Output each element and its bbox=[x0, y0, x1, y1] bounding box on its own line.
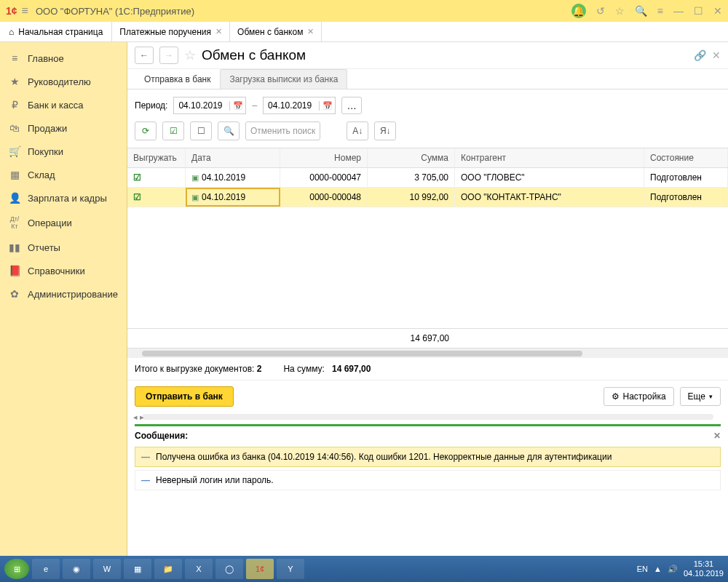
checkbox-checked-icon[interactable]: ☑ bbox=[133, 172, 141, 183]
sidebar-item-purchases[interactable]: 🛒Покупки bbox=[0, 140, 127, 163]
messages-panel: Сообщения: ✕ — Получена ошибка из банка … bbox=[127, 426, 728, 495]
table-row[interactable]: ☑ ▣04.10.2019 0000-000048 10 992,00 ООО … bbox=[127, 188, 728, 207]
close-icon[interactable]: ✕ bbox=[713, 5, 722, 17]
menu-icon[interactable]: ≡ bbox=[22, 4, 28, 17]
filter-icon[interactable]: ≡ bbox=[657, 5, 663, 17]
col-export[interactable]: Выгружать bbox=[127, 148, 186, 167]
date-to-field[interactable] bbox=[264, 100, 319, 111]
horizontal-scrollbar[interactable] bbox=[127, 348, 728, 358]
system-tray[interactable]: EN ▲ 🔊 15:31 04.10.2019 bbox=[637, 559, 724, 578]
nav-back-button[interactable]: ← bbox=[135, 47, 154, 64]
cell-number: 0000-000047 bbox=[280, 168, 368, 187]
notification-icon[interactable]: 🔔 bbox=[571, 4, 586, 18]
sidebar-item-payroll[interactable]: 👤Зарплата и кадры bbox=[0, 186, 127, 210]
sidebar-item-admin[interactable]: ✿Администрирование bbox=[0, 282, 127, 306]
cancel-search-button[interactable]: Отменить поиск bbox=[245, 121, 320, 140]
page-header: ← → ☆ Обмен с банком 🔗 ✕ bbox=[127, 42, 728, 69]
navigation-sidebar: ≡Главное ★Руководителю ₽Банк и касса 🛍Пр… bbox=[0, 42, 127, 556]
more-button[interactable]: Еще ▾ bbox=[680, 387, 721, 406]
maximize-icon[interactable]: ☐ bbox=[694, 5, 703, 17]
settings-button[interactable]: ⚙Настройка bbox=[604, 387, 674, 406]
page-title: Обмен с банком bbox=[202, 47, 306, 63]
sidebar-item-warehouse[interactable]: ▦Склад bbox=[0, 163, 127, 186]
col-state[interactable]: Состояние bbox=[644, 148, 728, 167]
minimize-icon[interactable]: — bbox=[673, 5, 684, 17]
taskbar-excel-icon[interactable]: X bbox=[185, 559, 213, 579]
favorite-star-icon[interactable]: ☆ bbox=[184, 47, 196, 63]
tab-payment-orders[interactable]: Платежные поручения ✕ bbox=[112, 22, 230, 41]
tab-label: Обмен с банком bbox=[237, 27, 303, 37]
check-all-button[interactable]: ☑ bbox=[162, 121, 184, 140]
start-button[interactable]: ⊞ bbox=[4, 559, 29, 579]
window-title: ООО "ФОРТУНА" (1С:Предприятие) bbox=[36, 6, 571, 17]
splitter[interactable]: ◂ ▸ bbox=[127, 412, 728, 421]
col-number[interactable]: Номер bbox=[280, 148, 368, 167]
taskbar-app-icon[interactable]: ▦ bbox=[124, 559, 151, 579]
language-indicator[interactable]: EN bbox=[637, 565, 648, 573]
period-label: Период: bbox=[135, 100, 167, 111]
message-item[interactable]: — Получена ошибка из банка (04.10.2019 1… bbox=[135, 447, 721, 467]
date-to-input[interactable]: 📅 bbox=[263, 97, 336, 114]
sort-az-button[interactable]: A↓ bbox=[347, 121, 368, 140]
document-icon: ▣ bbox=[191, 173, 199, 182]
sort-za-button[interactable]: Я↓ bbox=[374, 121, 396, 140]
refresh-button[interactable]: ⟳ bbox=[135, 121, 157, 140]
col-sum[interactable]: Сумма bbox=[368, 148, 455, 167]
range-dash: – bbox=[252, 100, 257, 111]
checkbox-checked-icon[interactable]: ☑ bbox=[133, 192, 141, 202]
taskbar-chrome-icon[interactable]: ◉ bbox=[63, 559, 90, 579]
sidebar-item-directories[interactable]: 📕Справочники bbox=[0, 259, 127, 282]
col-date[interactable]: Дата bbox=[186, 148, 280, 167]
tab-close-icon[interactable]: ✕ bbox=[307, 27, 314, 36]
taskbar-explorer-icon[interactable]: 📁 bbox=[154, 559, 182, 579]
sidebar-item-reports[interactable]: ▮▮Отчеты bbox=[0, 236, 127, 259]
info-icon: — bbox=[141, 475, 150, 485]
list-icon: ≡ bbox=[9, 52, 20, 64]
ruble-icon: ₽ bbox=[9, 99, 20, 111]
sidebar-item-bank[interactable]: ₽Банк и касса bbox=[0, 93, 127, 116]
sidebar-item-main[interactable]: ≡Главное bbox=[0, 47, 127, 70]
document-icon: ▣ bbox=[191, 193, 199, 202]
favorite-icon[interactable]: ☆ bbox=[615, 5, 625, 17]
star-icon: ★ bbox=[9, 76, 20, 87]
collapse-icon[interactable]: ◂ ▸ bbox=[133, 412, 144, 422]
taskbar-1c-icon[interactable]: 1¢ bbox=[246, 559, 274, 579]
period-filter: Период: 📅 – 📅 … bbox=[127, 89, 728, 121]
history-icon[interactable]: ↺ bbox=[596, 5, 605, 17]
page-close-icon[interactable]: ✕ bbox=[712, 49, 721, 61]
subtab-send-to-bank[interactable]: Отправка в банк bbox=[135, 69, 220, 89]
calendar-icon[interactable]: 📅 bbox=[229, 101, 245, 111]
sidebar-item-label: Руководителю bbox=[28, 76, 91, 87]
period-picker-button[interactable]: … bbox=[341, 97, 362, 114]
message-item[interactable]: — Неверный логин или пароль. bbox=[135, 470, 721, 490]
table-row[interactable]: ☑ ▣04.10.2019 0000-000047 3 705,00 ООО "… bbox=[127, 168, 728, 188]
uncheck-all-button[interactable]: ☐ bbox=[190, 121, 212, 140]
sidebar-item-operations[interactable]: Дт/КтОперации bbox=[0, 210, 127, 236]
send-to-bank-button[interactable]: Отправить в банк bbox=[135, 386, 234, 407]
subtab-load-statement[interactable]: Загрузка выписки из банка bbox=[220, 69, 347, 89]
taskbar-ie-icon[interactable]: e bbox=[32, 559, 60, 579]
taskbar-yandex-icon[interactable]: Y bbox=[277, 559, 304, 579]
nav-forward-button[interactable]: → bbox=[159, 47, 178, 64]
date-from-input[interactable]: 📅 bbox=[173, 97, 246, 114]
link-icon[interactable]: 🔗 bbox=[694, 49, 706, 61]
tab-close-icon[interactable]: ✕ bbox=[215, 27, 222, 36]
date-from-field[interactable] bbox=[174, 100, 229, 111]
calendar-icon[interactable]: 📅 bbox=[319, 101, 335, 111]
messages-close-icon[interactable]: ✕ bbox=[713, 431, 721, 441]
search-icon[interactable]: 🔍 bbox=[635, 5, 647, 17]
taskbar-word-icon[interactable]: W bbox=[93, 559, 121, 579]
sidebar-item-manager[interactable]: ★Руководителю bbox=[0, 70, 127, 93]
grid-header-row: Выгружать Дата Номер Сумма Контрагент Со… bbox=[127, 148, 728, 168]
summary-docs-count: 2 bbox=[257, 364, 262, 374]
volume-icon[interactable]: 🔊 bbox=[668, 565, 678, 574]
taskbar-app-icon[interactable]: ◯ bbox=[215, 559, 243, 579]
find-button[interactable]: 🔍 bbox=[218, 121, 240, 140]
sidebar-item-sales[interactable]: 🛍Продажи bbox=[0, 116, 127, 140]
col-contractor[interactable]: Контрагент bbox=[455, 148, 644, 167]
tab-bank-exchange[interactable]: Обмен с банком ✕ bbox=[230, 22, 322, 41]
taskbar-clock[interactable]: 15:31 04.10.2019 bbox=[684, 559, 724, 578]
grid-icon: ▦ bbox=[9, 169, 20, 180]
home-tab[interactable]: ⌂ Начальная страница bbox=[0, 22, 112, 41]
tray-icon[interactable]: ▲ bbox=[654, 565, 662, 573]
